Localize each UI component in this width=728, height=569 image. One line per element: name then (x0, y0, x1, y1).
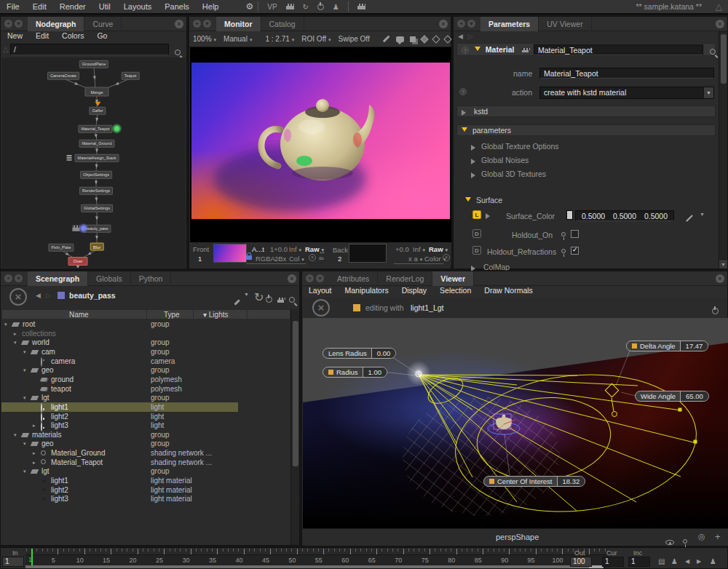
parameters-tab-parameters[interactable]: Parameters (480, 17, 539, 31)
add-icon[interactable]: + (715, 531, 721, 542)
viewer-menu-display[interactable]: Display (395, 286, 433, 298)
help-icon[interactable]: ? (459, 88, 467, 95)
tree-item-name[interactable]: light3 (51, 494, 68, 504)
cur-field[interactable]: 1 (602, 557, 624, 567)
add-pane-icon[interactable]: + (4, 274, 12, 282)
menu-file[interactable]: File (0, 2, 26, 11)
expand-closed-icon[interactable] (471, 172, 478, 178)
tree-row-collections[interactable]: ▸collections (1, 329, 290, 338)
tree-item-name[interactable]: light2 (51, 485, 68, 495)
label-value[interactable]: 18.32 (557, 477, 585, 486)
back-icon[interactable]: ◀ (36, 292, 41, 299)
keyframe-copy-icon[interactable]: ▤ (658, 557, 665, 565)
tree-row-light3[interactable]: ▸light3light (1, 421, 290, 430)
tree-item-name[interactable]: collections (22, 329, 56, 338)
node-search-input[interactable]: / (10, 44, 169, 55)
back-view[interactable]: Raw▾ (429, 245, 448, 253)
scroll-down-icon[interactable]: ▼ (719, 259, 727, 268)
chevron-down-icon[interactable]: ▼ (244, 292, 249, 297)
collapse-icon[interactable]: ▾ (23, 395, 26, 400)
node-name-input[interactable]: Material_Teapot (534, 44, 703, 55)
next-frame-icon[interactable]: ▶ (697, 558, 701, 565)
menu-util[interactable]: Util (92, 2, 117, 11)
roi-select[interactable]: ROI Off▾ (301, 35, 331, 43)
tree-row-light1[interactable]: light1light (1, 402, 238, 412)
scrollbar-thumb[interactable] (721, 34, 727, 84)
node-materialassign-stack[interactable]: MaterialAssign_Stack (75, 154, 119, 162)
node-over[interactable]: Over (68, 257, 87, 266)
tree-item-name[interactable]: root (23, 319, 35, 329)
back-thumbnail[interactable] (349, 244, 387, 263)
label-value[interactable]: 1.00 (363, 367, 387, 377)
tree-item-name[interactable]: light1 (51, 476, 68, 485)
manipulator-label-lens-radius[interactable]: Lens Radius0.00 (323, 348, 396, 359)
tree-row-materials[interactable]: ▾materialsgroup (1, 430, 290, 439)
scenegraph-tree[interactable]: ▾rootgroup▸collections▾worldgroup▾camgro… (1, 319, 290, 544)
clear-icon[interactable]: × (312, 299, 330, 317)
tree-row-camera[interactable]: cameracamera (1, 357, 290, 366)
refresh-icon[interactable]: ↻ (254, 290, 264, 304)
tree-row-world[interactable]: ▾worldgroup (1, 338, 290, 347)
tree-item-name[interactable]: Material_Ground (51, 448, 105, 458)
node-beauty-pass[interactable]: beauty_pass (82, 225, 111, 233)
color-swatch[interactable] (566, 210, 573, 220)
scenegraph-tab-scenegraph[interactable]: Scenegraph (28, 271, 88, 286)
collapse-icon[interactable]: ▾ (4, 322, 7, 327)
label-value[interactable]: 17.47 (680, 341, 708, 351)
panel-grip[interactable]: + ▾ (4, 20, 23, 28)
power-icon[interactable] (266, 293, 272, 306)
holdout-on-checkbox[interactable] (571, 230, 579, 238)
in-field[interactable]: 1 (2, 557, 24, 567)
pane-menu-icon[interactable]: ▾ (15, 274, 23, 282)
tree-item-name[interactable]: lgt (41, 393, 50, 402)
manipulator-label-wide-angle[interactable]: Wide Angle65.00 (635, 391, 709, 402)
edit-icon[interactable] (234, 293, 240, 306)
back-range[interactable]: Inf▾ (413, 245, 425, 253)
visibility-icon[interactable] (665, 535, 674, 548)
node-groundplane[interactable]: GroundPlane (79, 60, 108, 68)
chevron-down-icon[interactable]: ▼ (700, 212, 705, 217)
manipulator-label-delta-angle[interactable]: Delta Angle17.47 (626, 341, 708, 351)
local-badge[interactable]: L (472, 210, 481, 219)
expand-icon[interactable]: ▸ (33, 423, 36, 428)
eyedropper-icon[interactable] (685, 212, 694, 220)
front-name[interactable]: A...t (252, 245, 264, 253)
action-dropdown[interactable]: create with kstd material ▼ (539, 87, 714, 99)
node-globalsettings[interactable]: GlobalSettings (81, 204, 113, 212)
expand-icon[interactable]: ▸ (33, 460, 36, 465)
tree-item-name[interactable]: teapot (51, 384, 71, 394)
frame-ruler[interactable]: 5101520253035404550556065707580859095100… (25, 549, 609, 568)
gear-icon[interactable]: ⚙ (245, 1, 253, 12)
flag-icon[interactable] (522, 48, 529, 52)
clear-selection-icon[interactable]: × (9, 288, 27, 306)
render-slate-icon[interactable] (286, 4, 294, 9)
pan-icon[interactable] (422, 36, 427, 42)
refresh-icon[interactable]: ↻ (303, 3, 309, 11)
group-global-3d-textures[interactable]: Global 3D Textures (471, 170, 546, 178)
aperture-icon[interactable]: ◎ (698, 532, 705, 541)
tree-row-material-ground[interactable]: ▸Material_Groundshading network ... (1, 448, 290, 458)
update-mode-select[interactable]: Manual▾ (223, 35, 252, 43)
group-global-noises[interactable]: Global Noises (471, 156, 529, 164)
node-objectsettings[interactable]: ObjectSettings (80, 171, 112, 179)
viewer-menu-draw-normals[interactable]: Draw Normals (478, 286, 539, 298)
monitor-tab-monitor[interactable]: Monitor (216, 17, 261, 31)
pane-menu-icon[interactable]: ▾ (467, 20, 475, 28)
viewer-tab-renderlog[interactable]: RenderLog (378, 271, 432, 286)
tree-item-name[interactable]: geo (41, 439, 54, 448)
nodegraph-menu-go[interactable]: Go (90, 31, 114, 43)
expand-closed-icon[interactable] (471, 159, 478, 164)
tree-row-lgt[interactable]: ▾lgtgroup (1, 466, 290, 476)
panel-grip[interactable]: + ▾ (193, 20, 211, 28)
surface-group[interactable]: Surface (465, 196, 502, 204)
close-icon[interactable]: × (439, 20, 448, 28)
scrollbar[interactable]: ▼ (719, 31, 727, 268)
close-icon[interactable]: × (716, 20, 724, 28)
monitor-canvas[interactable] (190, 47, 451, 242)
menu-edit[interactable]: Edit (26, 2, 53, 11)
node-rendersettings[interactable]: RenderSettings (79, 187, 113, 195)
parameters-tab-uv-viewer[interactable]: UV Viewer (539, 17, 591, 31)
ratio-select[interactable]: 1 : 2.71▾ (265, 35, 294, 43)
column-header-name[interactable]: Name (69, 310, 89, 319)
forward-icon[interactable]: ▷ (468, 33, 473, 40)
